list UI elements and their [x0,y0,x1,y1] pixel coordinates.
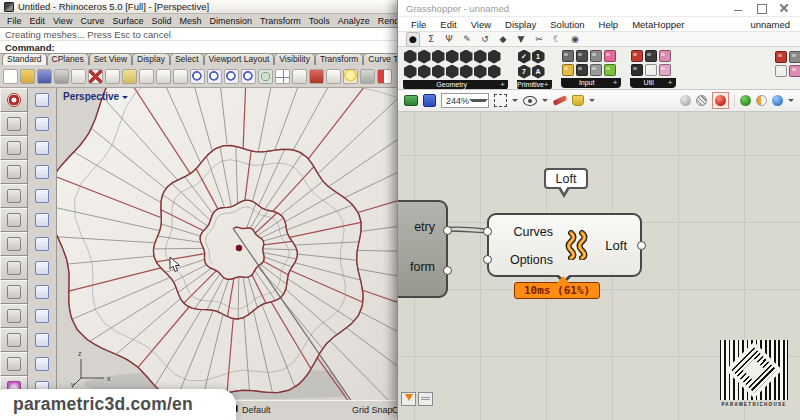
shaded-preview-selected[interactable] [712,92,729,109]
paint-bucket-icon[interactable] [572,95,584,106]
button-icon[interactable] [576,50,588,62]
wireframe-preview-icon[interactable] [696,95,707,106]
render-preview-icon[interactable] [756,95,767,106]
toolbar-tab[interactable]: Transform [315,53,363,65]
toolbar-tab[interactable]: Set View [89,53,132,65]
delete-icon[interactable] [88,69,103,84]
rhino-menu-item[interactable]: Solid [147,16,175,26]
solids-icon[interactable] [0,328,28,352]
print-icon[interactable] [54,69,69,84]
number-param-icon[interactable]: 7 [518,65,531,79]
toolbar-tab[interactable]: Standard [2,53,47,65]
document-preview-icon[interactable] [772,95,783,106]
chevron-down-icon[interactable] [788,99,794,105]
minimize-button[interactable] [732,3,746,14]
surface-param-icon[interactable] [460,65,473,79]
no-preview-icon[interactable] [680,95,691,106]
tab-display-icon[interactable]: ◉ [568,33,582,46]
data-recorder-icon[interactable] [645,50,657,62]
partial-icon-light[interactable] [775,65,787,77]
output-port[interactable] [443,266,452,275]
toolbar-tab[interactable]: Viewport Layout [204,53,275,65]
cplane-icon[interactable] [0,112,28,136]
point-param-icon[interactable] [432,65,445,79]
copy-icon[interactable] [105,69,120,84]
surface-icon[interactable] [0,280,28,304]
toolbar-tab[interactable]: CPlanes [47,53,89,65]
group-bar-primitive[interactable]: Primitive + [517,80,552,90]
integer-param-icon[interactable]: 1 [532,50,545,64]
zoom-level-combo[interactable]: 244% [441,93,489,108]
gh-menu-item[interactable]: View [464,19,498,30]
preview-eye-icon[interactable] [523,96,537,106]
paste-icon[interactable] [122,69,137,84]
gh-menu-item[interactable]: Solution [543,19,591,30]
canvas-widget-compass[interactable] [401,392,416,406]
osnap-icon[interactable] [0,208,28,232]
toolbar-tab[interactable]: Select [170,53,204,65]
tab-mesh-icon[interactable]: ▼ [514,33,528,46]
sphere-icon[interactable] [28,304,56,328]
zoom-extents-icon[interactable] [241,69,256,84]
knob-icon[interactable] [576,64,588,76]
rhino-menu-item[interactable]: View [49,16,76,26]
close-button[interactable] [778,3,792,14]
record-history-icon[interactable] [0,88,28,112]
tab-sets-icon[interactable]: Ψ [442,33,456,46]
group-bar-input[interactable]: Input + [561,78,621,88]
colour-swatch-icon[interactable] [604,64,616,76]
clipboard-icon[interactable] [71,69,86,84]
save-icon[interactable] [37,69,52,84]
group-expand-icon[interactable]: + [613,78,621,88]
cherry-picker-icon[interactable] [631,50,643,62]
gh-menu-item[interactable]: MetaHopper [625,19,691,30]
slider-icon[interactable] [562,50,574,62]
loft-surface-icon[interactable] [28,280,56,304]
chevron-down-icon[interactable] [512,99,518,105]
freeform-curve-icon[interactable] [28,256,56,280]
tab-transform-icon[interactable]: ☾ [550,33,564,46]
line-param-icon[interactable] [488,50,501,64]
gh-titlebar[interactable]: Grasshopper - unnamed [398,0,800,17]
zoom-window-icon[interactable] [207,69,222,84]
tree-icon[interactable] [631,64,643,76]
curve-param-icon[interactable] [446,50,459,64]
chevron-down-icon[interactable] [542,99,548,105]
zoom-selected-icon[interactable] [224,69,239,84]
control-points-icon[interactable] [28,136,56,160]
world-axes-icon[interactable] [0,136,28,160]
rhino-menu-item[interactable]: Tools [305,16,334,26]
move-icon[interactable] [173,69,188,84]
group-expand-icon[interactable]: + [668,78,676,88]
rhino-menu-item[interactable]: File [3,16,26,26]
rhino-menu-item[interactable]: Analyze [334,16,374,26]
gh-menu-item[interactable]: File [404,19,433,30]
rhino-viewport[interactable]: Perspective z x y [57,88,397,400]
sketch-brush-icon[interactable] [553,95,568,105]
gh-menu-item[interactable]: Edit [433,19,463,30]
toolbar-tab[interactable]: Display [132,53,170,65]
cluster-icon[interactable] [659,50,671,62]
snap-icon[interactable] [0,184,28,208]
point-icon[interactable] [28,112,56,136]
isolate-icon[interactable] [326,69,341,84]
hide-icon[interactable] [309,69,324,84]
group-bar-geometry[interactable]: Geometry + [403,80,508,90]
save-definition-icon[interactable] [423,94,436,107]
partial-icon-arrow[interactable] [789,51,800,63]
viewport-layout-icon[interactable] [275,69,290,84]
group-param-icon[interactable] [474,50,487,64]
boolean-param-icon[interactable]: ✓ [518,50,531,64]
rotate-view-icon[interactable] [258,69,273,84]
zoom-region-icon[interactable] [494,94,507,107]
plane-param-icon[interactable] [418,65,431,79]
undo-icon[interactable] [139,69,154,84]
zoom-dynamic-icon[interactable] [190,69,205,84]
vector-param-icon[interactable] [488,65,501,79]
multiline-icon[interactable] [590,64,602,76]
lamp-icon[interactable] [343,69,358,84]
panel-icon[interactable] [604,50,616,62]
box-icon[interactable] [0,304,28,328]
group-bar-util[interactable]: Util + [630,78,676,88]
lock-icon[interactable] [360,69,375,84]
